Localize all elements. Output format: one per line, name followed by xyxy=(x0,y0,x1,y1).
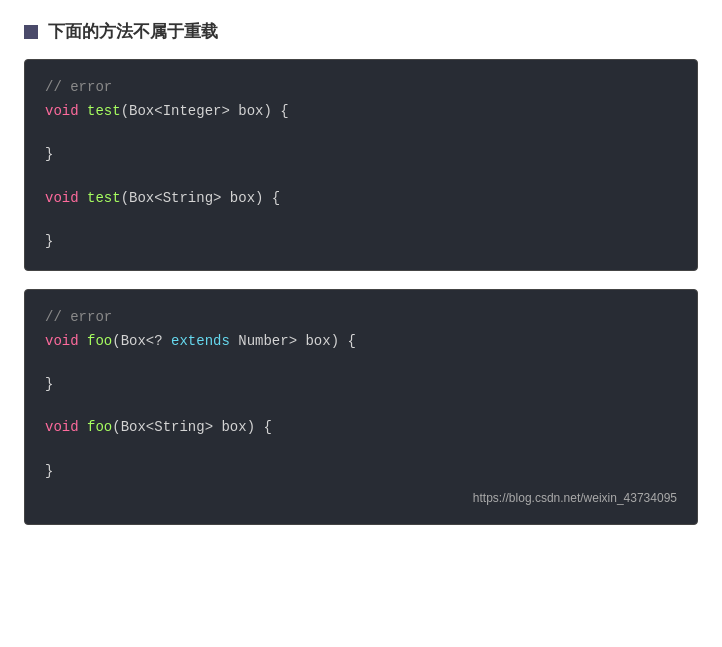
code-empty-line xyxy=(45,124,677,144)
code-empty-line xyxy=(45,353,677,373)
code-line: void test(Box<String> box) { xyxy=(45,187,677,211)
code-token: test xyxy=(87,103,121,119)
code-token: foo xyxy=(87,333,112,349)
code-empty-line xyxy=(45,397,677,417)
code-token: void xyxy=(45,103,79,119)
code-comment: // error xyxy=(45,76,677,100)
code-token: test xyxy=(87,190,121,206)
code-token: foo xyxy=(87,419,112,435)
code-token: Number> box) { xyxy=(230,333,356,349)
code-token: void xyxy=(45,190,79,206)
code-comment: // error xyxy=(45,306,677,330)
code-token xyxy=(79,333,87,349)
code-empty-line xyxy=(45,440,677,460)
code-line: } xyxy=(45,460,677,484)
code-line: } xyxy=(45,230,677,254)
code-empty-line xyxy=(45,210,677,230)
code-token: } xyxy=(45,376,53,392)
code-block-block2: // errorvoid foo(Box<? extends Number> b… xyxy=(24,289,698,525)
code-container: // errorvoid test(Box<Integer> box) { } … xyxy=(24,59,698,525)
code-token xyxy=(79,190,87,206)
code-token: void xyxy=(45,419,79,435)
code-line: } xyxy=(45,143,677,167)
code-line: } xyxy=(45,373,677,397)
code-token: void xyxy=(45,333,79,349)
code-token: (Box<String> box) { xyxy=(121,190,281,206)
section-icon xyxy=(24,25,38,39)
code-block-block1: // errorvoid test(Box<Integer> box) { } … xyxy=(24,59,698,271)
code-line: void foo(Box<? extends Number> box) { xyxy=(45,330,677,354)
code-token: (Box<Integer> box) { xyxy=(121,103,289,119)
code-token: } xyxy=(45,463,53,479)
code-token: (Box<String> box) { xyxy=(112,419,272,435)
section-header: 下面的方法不属于重载 xyxy=(24,20,698,43)
code-token xyxy=(79,419,87,435)
section-title: 下面的方法不属于重载 xyxy=(48,20,218,43)
code-token: } xyxy=(45,233,53,249)
code-token: extends xyxy=(171,333,230,349)
watermark: https://blog.csdn.net/weixin_43734095 xyxy=(45,488,677,508)
code-empty-line xyxy=(45,167,677,187)
code-line: void foo(Box<String> box) { xyxy=(45,416,677,440)
code-token xyxy=(79,103,87,119)
code-token: } xyxy=(45,146,53,162)
code-token: (Box<? xyxy=(112,333,171,349)
code-line: void test(Box<Integer> box) { xyxy=(45,100,677,124)
